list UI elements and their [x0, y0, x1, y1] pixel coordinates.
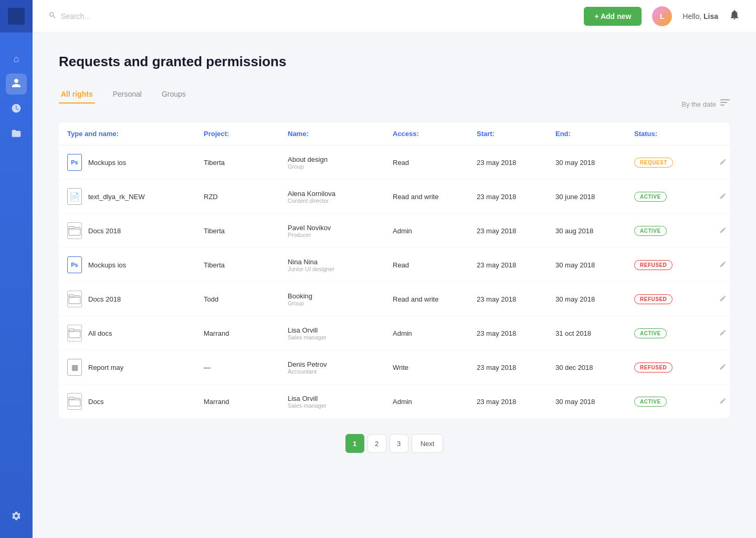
cell-start-date: 23 may 2018 — [477, 261, 555, 269]
table-row: Docs 2018 Todd Booking Group Read and wr… — [59, 282, 730, 316]
cell-status: REFUSED — [634, 294, 718, 304]
file-name-text: Report may — [88, 364, 123, 371]
cell-start-date: 23 may 2018 — [477, 193, 555, 201]
sidebar-nav: ⌂ — [6, 33, 27, 506]
col-status: Status: — [634, 130, 718, 138]
notification-bell-icon[interactable] — [729, 9, 740, 23]
cell-actions: × — [718, 327, 730, 339]
cell-access: Read and write — [393, 295, 477, 303]
edit-button[interactable] — [718, 396, 728, 407]
cell-project: Marrand — [204, 329, 288, 337]
person-role: Producer — [288, 232, 393, 238]
edit-button[interactable] — [718, 225, 728, 236]
file-icon-folder — [67, 222, 82, 239]
col-project: Project: — [204, 130, 288, 138]
status-badge: REQUEST — [634, 158, 673, 168]
person-name: Lisa Orvill — [288, 326, 393, 334]
edit-button[interactable] — [718, 294, 728, 305]
cell-access: Read — [393, 261, 477, 269]
sidebar-bottom — [6, 506, 27, 538]
avatar-image: L — [652, 6, 672, 26]
cell-access: Admin — [393, 329, 477, 337]
person-name: Denis Petrov — [288, 360, 393, 368]
tab-all-rights[interactable]: All rights — [59, 86, 95, 104]
table-row: Docs 2018 Tiberta Pavel Novikov Producer… — [59, 214, 730, 248]
cell-status: ACTIVE — [634, 226, 718, 236]
cell-end-date: 30 may 2018 — [555, 295, 634, 303]
col-type-name: Type and name: — [67, 130, 204, 138]
search-icon — [48, 11, 57, 22]
cell-person: Alena Kornilova Content director — [288, 190, 393, 204]
edit-button[interactable] — [718, 260, 728, 271]
cell-person: Booking Group — [288, 292, 393, 306]
sidebar: ⌂ — [0, 0, 33, 538]
cell-file-name: Ps Mockups ios — [67, 154, 204, 171]
cell-file-name: ▦ Report may — [67, 359, 204, 376]
person-name: Booking — [288, 292, 393, 300]
sidebar-item-settings[interactable] — [6, 506, 27, 527]
edit-button[interactable] — [718, 328, 728, 339]
home-icon: ⌂ — [14, 54, 19, 65]
person-role: Accountant — [288, 368, 393, 375]
header-right: + Add new L Hello, Lisa — [584, 6, 740, 26]
cell-start-date: 23 may 2018 — [477, 329, 555, 337]
cell-end-date: 30 june 2018 — [555, 193, 634, 201]
cell-actions: × — [718, 396, 730, 407]
permissions-table: Type and name: Project: Name: Access: St… — [59, 122, 730, 418]
cell-actions: × — [718, 157, 730, 168]
cell-access: Admin — [393, 227, 477, 235]
cell-start-date: 23 may 2018 — [477, 159, 555, 167]
search-input[interactable] — [61, 12, 166, 20]
sidebar-item-clock[interactable] — [6, 99, 27, 120]
status-badge: ACTIVE — [634, 328, 667, 338]
users-icon — [11, 78, 22, 91]
file-icon-folder — [67, 291, 82, 307]
person-role: Junior UI designer — [288, 266, 393, 272]
svg-rect-8 — [69, 329, 74, 331]
cell-person: Lisa Orvill Sales manager — [288, 326, 393, 340]
sidebar-logo — [0, 0, 33, 33]
tab-personal[interactable]: Personal — [111, 86, 144, 104]
person-name: About design — [288, 156, 393, 163]
edit-button[interactable] — [718, 191, 728, 202]
table-row: 📄 text_dlya_rk_NEW RZD Alena Kornilova C… — [59, 180, 730, 214]
sidebar-item-home[interactable]: ⌂ — [6, 48, 27, 69]
table-header: Type and name: Project: Name: Access: St… — [59, 122, 730, 146]
page-button-3[interactable]: 3 — [390, 434, 408, 453]
tab-groups[interactable]: Groups — [160, 86, 188, 104]
cell-file-name: All docs — [67, 325, 204, 342]
sidebar-item-files[interactable] — [6, 124, 27, 145]
hello-username: Lisa — [704, 12, 718, 20]
status-badge: REFUSED — [634, 260, 673, 270]
cell-access: Write — [393, 364, 477, 371]
col-start: Start: — [477, 130, 555, 138]
cell-access: Admin — [393, 398, 477, 406]
cell-file-name: Docs 2018 — [67, 222, 204, 239]
person-role: Group — [288, 163, 393, 170]
file-name-text: Mockups ios — [88, 159, 126, 167]
cell-end-date: 30 may 2018 — [555, 261, 634, 269]
svg-rect-6 — [69, 295, 74, 297]
cell-end-date: 30 may 2018 — [555, 398, 634, 406]
edit-button[interactable] — [718, 157, 728, 168]
page-button-2[interactable]: 2 — [368, 434, 386, 453]
person-role: Sales manager — [288, 402, 393, 409]
cell-file-name: Docs — [67, 393, 204, 410]
edit-button[interactable] — [718, 362, 728, 373]
header: + Add new L Hello, Lisa — [33, 0, 756, 33]
cell-start-date: 23 may 2018 — [477, 227, 555, 235]
file-name-text: Mockups ios — [88, 261, 126, 269]
cell-access: Read — [393, 159, 477, 167]
page-button-1[interactable]: 1 — [345, 434, 364, 453]
file-name-text: Docs 2018 — [88, 227, 121, 235]
clock-icon — [11, 103, 22, 116]
sidebar-item-users[interactable] — [6, 74, 27, 95]
pagination-next-button[interactable]: Next — [412, 434, 444, 453]
person-name: Nina Nina — [288, 258, 393, 266]
cell-end-date: 31 oct 2018 — [555, 329, 634, 337]
add-new-button[interactable]: + Add new — [584, 7, 642, 26]
main-area: + Add new L Hello, Lisa Requests and gra… — [33, 0, 756, 538]
table-row: Ps Mockups ios Tiberta About design Grou… — [59, 146, 730, 180]
sort-icon[interactable] — [720, 99, 730, 109]
logo-mark — [8, 8, 25, 25]
